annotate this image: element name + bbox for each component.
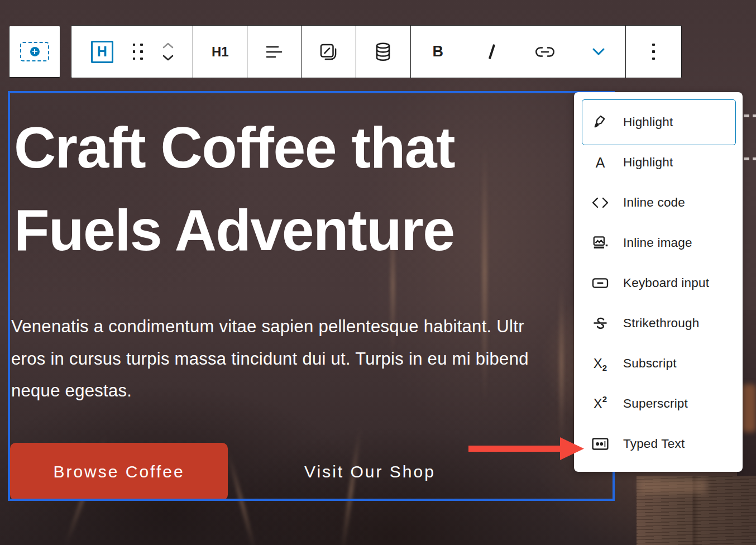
menu-item-label: Highlight [623, 155, 673, 170]
plus-icon [30, 47, 40, 56]
heading-block-icon-letter: H [97, 44, 107, 60]
link-icon [534, 45, 556, 59]
toolbar-segment-options [626, 26, 681, 78]
chevron-up-icon [162, 42, 174, 49]
align-left-icon [266, 45, 283, 59]
menu-item-superscript[interactable]: X2 Superscript [574, 384, 743, 424]
highlighter-icon [591, 114, 610, 131]
menu-item-highlight-text[interactable]: A Highlight [574, 142, 743, 183]
toolbar-segment-block: H [71, 26, 193, 78]
subscript-number: 2 [602, 364, 607, 372]
strikethrough-icon [591, 315, 610, 332]
drag-handle[interactable] [133, 26, 143, 78]
menu-item-label: Superscript [623, 396, 688, 411]
database-icon [374, 42, 393, 62]
menu-item-label: Typed Text [623, 437, 685, 451]
bold-button[interactable]: B [411, 26, 465, 78]
menu-item-label: Subscript [623, 356, 677, 371]
menu-item-label: Inline image [623, 236, 692, 250]
block-movers [162, 42, 174, 61]
italic-button[interactable] [465, 26, 518, 78]
drag-handle-icon [133, 44, 143, 60]
link-button[interactable] [518, 26, 572, 78]
move-up-button[interactable] [162, 42, 174, 49]
toolbar-segment-heading-level: H1 [193, 26, 247, 78]
dynamic-data-button[interactable] [374, 26, 393, 78]
options-menu-button[interactable] [652, 26, 655, 78]
letter-a-icon: A [591, 155, 610, 171]
chevron-down-blue-icon [592, 47, 605, 56]
kebab-menu-icon [652, 44, 655, 60]
superscript-base: X [594, 396, 602, 412]
heading-block-type-button[interactable]: H [91, 26, 113, 78]
chevron-down-icon [162, 55, 174, 61]
heading-level-button[interactable]: H1 [212, 26, 229, 78]
toolbar-segment-dynamic-data [356, 26, 412, 78]
menu-item-typed-text[interactable]: Typed Text [574, 424, 743, 464]
block-toolbar: H H1 [71, 25, 682, 78]
menu-item-label: Highlight [623, 115, 673, 130]
add-block-icon [20, 42, 49, 61]
typed-text-icon [591, 436, 610, 452]
code-brackets-icon [591, 196, 610, 209]
menu-item-label: Inline code [623, 195, 685, 210]
bold-icon: B [433, 43, 444, 60]
more-formats-menu: Highlight A Highlight Inline code [574, 92, 743, 472]
styles-icon [319, 42, 338, 61]
menu-item-strikethrough[interactable]: Strikethrough [574, 303, 743, 343]
italic-icon [488, 44, 495, 59]
heading-block-icon: H [91, 41, 113, 63]
text-align-button[interactable] [266, 26, 283, 78]
menu-item-subscript[interactable]: X2 Subscript [574, 343, 743, 384]
styles-button[interactable] [319, 26, 338, 78]
add-block-button[interactable] [9, 26, 60, 78]
menu-item-inline-image[interactable]: Inline image [574, 223, 743, 263]
heading-level-label: H1 [212, 44, 229, 60]
keyboard-input-icon [591, 276, 610, 290]
more-formats-dropdown-button[interactable] [572, 26, 625, 78]
visit-shop-link[interactable]: Visit Our Shop [274, 443, 466, 500]
toolbar-segment-align [247, 26, 302, 78]
inline-image-icon [591, 235, 610, 251]
toolbar-segment-formatting: B [411, 26, 626, 78]
menu-item-keyboard-input[interactable]: Keyboard input [574, 263, 743, 303]
browse-coffee-button[interactable]: Browse Coffee [10, 443, 228, 500]
editor-canvas: Craft Coffee that Fuels Adventure Venena… [0, 0, 756, 545]
toolbar-segment-styles [302, 26, 356, 78]
subscript-icon: X2 [591, 356, 610, 372]
subscript-base: X [594, 356, 602, 371]
superscript-number: 2 [602, 395, 607, 403]
superscript-icon: X2 [591, 396, 610, 412]
move-down-button[interactable] [162, 55, 174, 61]
menu-item-label: Keyboard input [623, 276, 709, 290]
menu-item-highlight-marker[interactable]: Highlight [574, 102, 743, 142]
menu-item-inline-code[interactable]: Inline code [574, 183, 743, 223]
menu-item-label: Strikethrough [623, 316, 699, 331]
